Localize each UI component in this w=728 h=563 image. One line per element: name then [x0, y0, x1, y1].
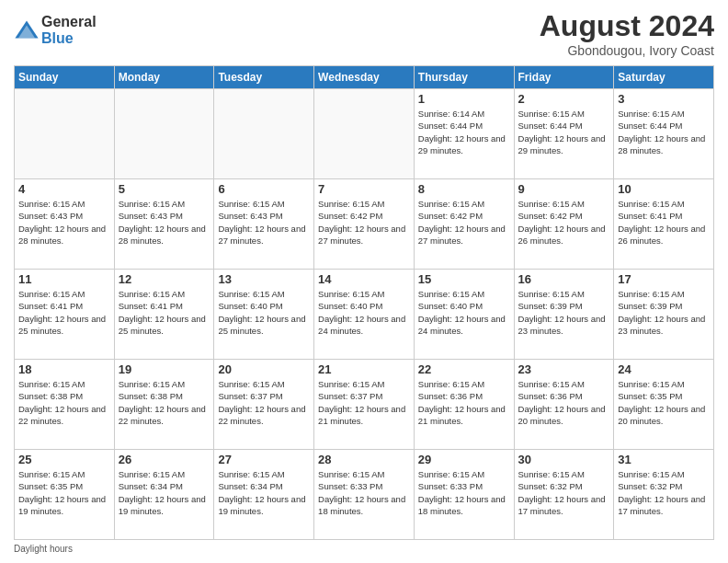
cell-day-number: 27: [218, 453, 310, 466]
calendar-cell: 16Sunrise: 6:15 AM Sunset: 6:39 PM Dayli…: [514, 270, 614, 360]
calendar-cell: 10Sunrise: 6:15 AM Sunset: 6:41 PM Dayli…: [614, 179, 714, 270]
cell-day-number: 26: [119, 453, 210, 466]
calendar-cell: 2Sunrise: 6:15 AM Sunset: 6:44 PM Daylig…: [514, 89, 614, 179]
calendar-cell: 23Sunrise: 6:15 AM Sunset: 6:36 PM Dayli…: [514, 360, 614, 450]
cell-info-text: Sunrise: 6:15 AM Sunset: 6:37 PM Dayligh…: [218, 378, 310, 427]
logo-blue: Blue: [41, 30, 97, 47]
cell-info-text: Sunrise: 6:15 AM Sunset: 6:41 PM Dayligh…: [618, 198, 710, 247]
cell-info-text: Sunrise: 6:15 AM Sunset: 6:32 PM Dayligh…: [618, 468, 710, 517]
calendar-table: SundayMondayTuesdayWednesdayThursdayFrid…: [14, 65, 714, 540]
page: General Blue August 2024 Gbondougou, Ivo…: [0, 0, 728, 563]
cell-info-text: Sunrise: 6:15 AM Sunset: 6:37 PM Dayligh…: [318, 378, 410, 427]
cell-day-number: 2: [518, 92, 610, 106]
cell-day-number: 19: [119, 362, 210, 376]
title-block: August 2024 Gbondougou, Ivory Coast: [540, 9, 714, 58]
header-cell-sunday: Sunday: [15, 66, 115, 89]
cell-day-number: 17: [618, 272, 710, 286]
cell-info-text: Sunrise: 6:15 AM Sunset: 6:44 PM Dayligh…: [618, 108, 710, 156]
cell-day-number: 30: [518, 453, 610, 466]
calendar-cell: [314, 89, 415, 179]
subtitle: Gbondougou, Ivory Coast: [540, 43, 714, 58]
header-cell-saturday: Saturday: [614, 66, 714, 89]
cell-day-number: 28: [318, 453, 410, 466]
calendar-cell: 29Sunrise: 6:15 AM Sunset: 6:33 PM Dayli…: [414, 450, 514, 540]
logo-text: General Blue: [41, 14, 97, 46]
cell-day-number: 25: [18, 453, 110, 466]
cell-day-number: 13: [218, 272, 310, 286]
cell-info-text: Sunrise: 6:15 AM Sunset: 6:41 PM Dayligh…: [18, 288, 110, 337]
calendar-cell: 27Sunrise: 6:15 AM Sunset: 6:34 PM Dayli…: [214, 450, 314, 540]
calendar-cell: 12Sunrise: 6:15 AM Sunset: 6:41 PM Dayli…: [114, 270, 214, 360]
header-cell-tuesday: Tuesday: [214, 66, 314, 89]
calendar-cell: 18Sunrise: 6:15 AM Sunset: 6:38 PM Dayli…: [15, 360, 115, 450]
cell-info-text: Sunrise: 6:15 AM Sunset: 6:43 PM Dayligh…: [18, 198, 110, 247]
cell-day-number: 31: [618, 453, 710, 466]
cell-info-text: Sunrise: 6:15 AM Sunset: 6:41 PM Dayligh…: [119, 288, 210, 337]
calendar-cell: 15Sunrise: 6:15 AM Sunset: 6:40 PM Dayli…: [414, 270, 514, 360]
calendar-cell: 3Sunrise: 6:15 AM Sunset: 6:44 PM Daylig…: [614, 89, 714, 179]
cell-info-text: Sunrise: 6:15 AM Sunset: 6:32 PM Dayligh…: [518, 468, 610, 517]
calendar-cell: 28Sunrise: 6:15 AM Sunset: 6:33 PM Dayli…: [314, 450, 415, 540]
cell-info-text: Sunrise: 6:15 AM Sunset: 6:34 PM Dayligh…: [218, 468, 310, 517]
cell-info-text: Sunrise: 6:15 AM Sunset: 6:34 PM Dayligh…: [119, 468, 210, 517]
cell-day-number: 22: [418, 362, 510, 376]
calendar-cell: 7Sunrise: 6:15 AM Sunset: 6:42 PM Daylig…: [314, 179, 415, 270]
calendar-cell: 19Sunrise: 6:15 AM Sunset: 6:38 PM Dayli…: [114, 360, 214, 450]
cell-day-number: 29: [418, 453, 510, 466]
cell-day-number: 4: [18, 182, 110, 196]
week-row-2: 11Sunrise: 6:15 AM Sunset: 6:41 PM Dayli…: [15, 270, 714, 360]
calendar-cell: 30Sunrise: 6:15 AM Sunset: 6:32 PM Dayli…: [514, 450, 614, 540]
cell-day-number: 10: [618, 182, 710, 196]
cell-day-number: 23: [518, 362, 610, 376]
logo-icon: [14, 17, 40, 43]
cell-day-number: 9: [518, 182, 610, 196]
cell-info-text: Sunrise: 6:15 AM Sunset: 6:39 PM Dayligh…: [518, 288, 610, 337]
calendar-cell: 9Sunrise: 6:15 AM Sunset: 6:42 PM Daylig…: [514, 179, 614, 270]
cell-day-number: 15: [418, 272, 510, 286]
cell-day-number: 18: [18, 362, 110, 376]
calendar-cell: 11Sunrise: 6:15 AM Sunset: 6:41 PM Dayli…: [15, 270, 115, 360]
cell-info-text: Sunrise: 6:15 AM Sunset: 6:36 PM Dayligh…: [518, 378, 610, 427]
cell-day-number: 12: [119, 272, 210, 286]
calendar-cell: 17Sunrise: 6:15 AM Sunset: 6:39 PM Dayli…: [614, 270, 714, 360]
cell-info-text: Sunrise: 6:15 AM Sunset: 6:43 PM Dayligh…: [218, 198, 310, 247]
cell-info-text: Sunrise: 6:15 AM Sunset: 6:35 PM Dayligh…: [618, 378, 710, 427]
cell-info-text: Sunrise: 6:15 AM Sunset: 6:42 PM Dayligh…: [318, 198, 410, 247]
calendar-cell: [15, 89, 115, 179]
cell-info-text: Sunrise: 6:15 AM Sunset: 6:40 PM Dayligh…: [318, 288, 410, 337]
cell-day-number: 8: [418, 182, 510, 196]
header-cell-wednesday: Wednesday: [314, 66, 415, 89]
cell-day-number: 5: [119, 182, 210, 196]
cell-info-text: Sunrise: 6:15 AM Sunset: 6:43 PM Dayligh…: [119, 198, 210, 247]
cell-day-number: 21: [318, 362, 410, 376]
calendar-cell: [214, 89, 314, 179]
main-title: August 2024: [540, 9, 714, 43]
calendar-cell: 31Sunrise: 6:15 AM Sunset: 6:32 PM Dayli…: [614, 450, 714, 540]
calendar-cell: 4Sunrise: 6:15 AM Sunset: 6:43 PM Daylig…: [15, 179, 115, 270]
cell-info-text: Sunrise: 6:15 AM Sunset: 6:42 PM Dayligh…: [418, 198, 510, 247]
cell-day-number: 1: [418, 92, 510, 106]
cell-day-number: 6: [218, 182, 310, 196]
cell-day-number: 7: [318, 182, 410, 196]
cell-day-number: 14: [318, 272, 410, 286]
logo: General Blue: [14, 14, 97, 46]
calendar-cell: 21Sunrise: 6:15 AM Sunset: 6:37 PM Dayli…: [314, 360, 415, 450]
calendar-cell: 20Sunrise: 6:15 AM Sunset: 6:37 PM Dayli…: [214, 360, 314, 450]
week-row-4: 25Sunrise: 6:15 AM Sunset: 6:35 PM Dayli…: [15, 450, 714, 540]
cell-day-number: 11: [18, 272, 110, 286]
calendar-cell: 25Sunrise: 6:15 AM Sunset: 6:35 PM Dayli…: [15, 450, 115, 540]
cell-info-text: Sunrise: 6:15 AM Sunset: 6:40 PM Dayligh…: [218, 288, 310, 337]
cell-info-text: Sunrise: 6:15 AM Sunset: 6:42 PM Dayligh…: [518, 198, 610, 247]
header-cell-friday: Friday: [514, 66, 614, 89]
week-row-1: 4Sunrise: 6:15 AM Sunset: 6:43 PM Daylig…: [15, 179, 714, 270]
calendar-cell: 13Sunrise: 6:15 AM Sunset: 6:40 PM Dayli…: [214, 270, 314, 360]
cell-info-text: Sunrise: 6:15 AM Sunset: 6:44 PM Dayligh…: [518, 108, 610, 156]
cell-info-text: Sunrise: 6:15 AM Sunset: 6:38 PM Dayligh…: [18, 378, 110, 427]
week-row-0: 1Sunrise: 6:14 AM Sunset: 6:44 PM Daylig…: [15, 89, 714, 179]
calendar-cell: 22Sunrise: 6:15 AM Sunset: 6:36 PM Dayli…: [414, 360, 514, 450]
cell-info-text: Sunrise: 6:15 AM Sunset: 6:39 PM Dayligh…: [618, 288, 710, 337]
header: General Blue August 2024 Gbondougou, Ivo…: [14, 9, 714, 58]
header-cell-thursday: Thursday: [414, 66, 514, 89]
cell-info-text: Sunrise: 6:15 AM Sunset: 6:38 PM Dayligh…: [119, 378, 210, 427]
calendar-cell: 5Sunrise: 6:15 AM Sunset: 6:43 PM Daylig…: [114, 179, 214, 270]
